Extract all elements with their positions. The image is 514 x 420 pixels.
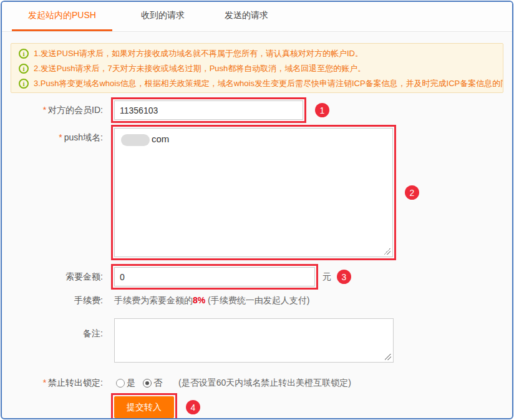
annotation-badge-3: 3	[337, 270, 351, 284]
form-row-remark: 备注:	[2, 318, 512, 363]
resize-grip[interactable]	[385, 354, 391, 360]
info-icon: i	[19, 79, 29, 89]
resize-grip[interactable]	[384, 248, 390, 255]
submit-transfer-button[interactable]: 提交转入	[114, 396, 174, 418]
form-row-member-id: *对方的会员ID: 1	[2, 97, 512, 123]
annotation-box-1	[111, 97, 306, 123]
radio-no[interactable]	[143, 379, 152, 388]
required-asterisk: *	[43, 105, 46, 115]
required-asterisk: *	[43, 378, 46, 388]
redacted-domain-blur	[121, 134, 150, 146]
notice-box: i 1.发送PUSH请求后，如果对方接收成功域名就不再属于您所有，请认真核对对方…	[11, 43, 503, 93]
remark-label: 备注:	[2, 318, 111, 339]
fee-percentage: 8%	[193, 295, 205, 305]
radio-no-label[interactable]: 否	[153, 378, 162, 389]
transfer-lock-note: (是否设置60天内域名禁止转出美橙互联锁定)	[178, 378, 351, 389]
member-id-label: *对方的会员ID:	[2, 105, 111, 116]
info-icon: i	[19, 49, 29, 59]
push-domain-label: *push域名:	[2, 125, 111, 144]
radio-yes[interactable]	[116, 379, 125, 388]
annotation-badge-2: 2	[405, 185, 419, 200]
transfer-lock-options: 是 否 (是否设置60天内域名禁止转出美橙互联锁定)	[116, 378, 351, 389]
info-icon: i	[19, 64, 29, 74]
remark-textarea[interactable]	[114, 318, 394, 363]
form-row-fee: 手续费: 手续费为索要金额的8% (手续费统一由发起人支付)	[2, 295, 512, 306]
tab-bar: 发起站内的PUSH 收到的请求 发送的请求	[2, 2, 512, 32]
form-row-transfer-lock: *禁止转出锁定: 是 否 (是否设置60天内域名禁止转出美橙互联锁定)	[2, 378, 512, 389]
notice-text: 2.发送Push请求后，7天对方未接收或域名过期，Push都将自动取消，域名回退…	[34, 63, 366, 74]
member-id-input[interactable]	[114, 100, 303, 120]
annotation-badge-1: 1	[315, 103, 329, 117]
push-domain-textarea[interactable]: com	[114, 128, 393, 257]
annotation-box-2: com	[111, 125, 396, 260]
tab-sent-requests[interactable]: 发送的请求	[213, 2, 279, 31]
form-row-amount: 索要金额: 元 3	[2, 264, 512, 290]
transfer-lock-label: *禁止转出锁定:	[2, 378, 111, 389]
amount-input[interactable]	[114, 267, 315, 286]
radio-yes-label[interactable]: 是	[127, 378, 135, 389]
notice-line-1: i 1.发送PUSH请求后，如果对方接收成功域名就不再属于您所有，请认真核对对方…	[19, 46, 495, 61]
form-row-submit: 提交转入 4	[2, 393, 512, 419]
annotation-box-3	[111, 264, 318, 290]
notice-line-2: i 2.发送Push请求后，7天对方未接收或域名过期，Push都将自动取消，域名…	[19, 61, 495, 76]
tab-received-requests[interactable]: 收到的请求	[130, 2, 196, 31]
fee-description: 手续费为索要金额的8% (手续费统一由发起人支付)	[114, 295, 309, 306]
amount-unit: 元	[322, 271, 331, 283]
fee-label: 手续费:	[2, 295, 111, 306]
push-request-page: 发起站内的PUSH 收到的请求 发送的请求 i 1.发送PUSH请求后，如果对方…	[1, 1, 513, 419]
notice-text: 1.发送PUSH请求后，如果对方接收成功域名就不再属于您所有，请认真核对对方的帐…	[34, 48, 363, 59]
notice-text: 3.Push将变更域名whois信息，根据相关政策规定，域名whois发生变更后…	[34, 78, 503, 89]
annotation-box-4: 提交转入	[111, 393, 177, 419]
push-domain-visible-text: com	[152, 134, 169, 144]
amount-label: 索要金额:	[2, 271, 111, 283]
annotation-badge-4: 4	[186, 400, 200, 414]
form-row-push-domain: *push域名: com 2	[2, 125, 512, 260]
notice-line-3: i 3.Push将变更域名whois信息，根据相关政策规定，域名whois发生变…	[19, 76, 495, 91]
tab-initiate-push[interactable]: 发起站内的PUSH	[12, 2, 112, 31]
required-asterisk: *	[59, 132, 62, 142]
push-form: *对方的会员ID: 1 *push域名: com 2 索要金额:	[2, 97, 512, 419]
